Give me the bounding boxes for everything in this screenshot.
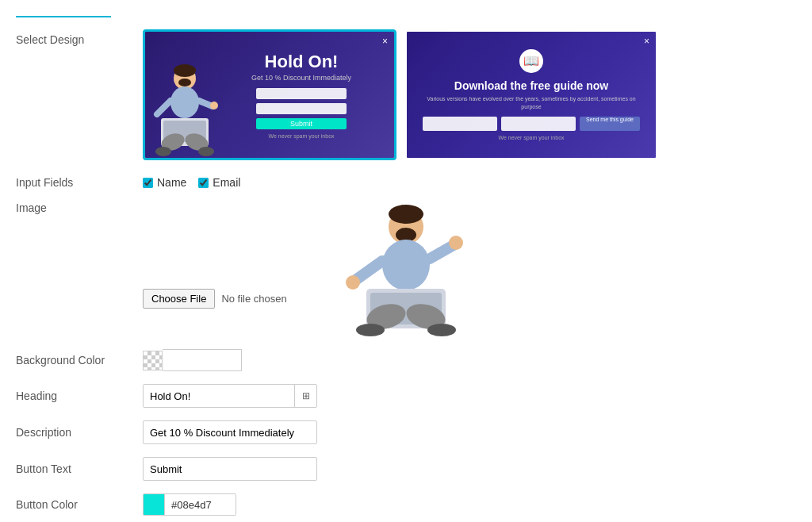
background-color-row: Background Color (16, 349, 796, 371)
image-upload-area: Choose File No file chosen (143, 202, 287, 309)
input-fields-checkboxes: Name Email (143, 176, 240, 189)
button-text-input[interactable] (143, 457, 317, 481)
background-color-input[interactable] (163, 349, 242, 371)
image-preview (343, 202, 469, 336)
svg-point-16 (382, 240, 430, 290)
design-cards-container: × (143, 29, 658, 160)
button-color-value: #08e4d7 (165, 493, 236, 516)
card2-title: Download the free guide now (454, 79, 608, 92)
image-section-row: Image Choose File No file chosen (16, 202, 796, 336)
select-design-row: Select Design × (16, 29, 796, 160)
button-color-picker: #08e4d7 (143, 493, 236, 516)
svg-point-12 (198, 147, 214, 156)
heading-field-label: Heading (16, 390, 143, 402)
file-input-wrapper: Choose File No file chosen (143, 289, 287, 309)
card1-title: Hold On! (265, 52, 339, 72)
card2-name-field (423, 117, 497, 131)
image-label: Image (16, 202, 143, 214)
svg-line-17 (354, 261, 382, 281)
description-label: Description (16, 426, 143, 439)
card2-email-field (501, 117, 576, 131)
page-container: Select Design × (16, 16, 796, 522)
button-color-row: Button Color #08e4d7 (16, 493, 796, 516)
svg-line-18 (430, 245, 454, 259)
card1-submit-btn: Submit (256, 118, 347, 129)
choose-file-button[interactable]: Choose File (143, 289, 215, 309)
svg-point-6 (210, 102, 218, 109)
select-design-label: Select Design (16, 29, 143, 46)
tab-underline (16, 16, 111, 17)
button-color-swatch[interactable] (143, 493, 165, 516)
input-fields-row: Input Fields Name Email (16, 176, 796, 189)
card1-person (149, 63, 220, 158)
card2-footer: We never spam your inbox (498, 135, 564, 140)
card1-name-field (256, 88, 347, 99)
card1-close-icon[interactable]: × (382, 36, 388, 47)
design-card-2[interactable]: × 📖 Download the free guide now Various … (404, 29, 658, 160)
description-input[interactable] (143, 420, 317, 444)
no-file-label: No file chosen (221, 293, 286, 305)
card1-email-field (256, 103, 347, 114)
heading-input-wrapper: ⊞ (143, 384, 317, 408)
background-color-picker (143, 349, 242, 371)
description-row: Description (16, 420, 796, 444)
svg-line-4 (157, 101, 170, 114)
svg-point-2 (178, 79, 191, 86)
name-checkbox-label: Name (157, 176, 186, 189)
card1-subtitle: Get 10 % Discount Immediately (251, 74, 351, 82)
svg-point-3 (170, 86, 199, 118)
heading-row: Heading ⊞ (16, 384, 796, 408)
card2-close-icon[interactable]: × (644, 36, 649, 47)
email-checkbox-item: Email (198, 176, 240, 189)
email-checkbox[interactable] (198, 178, 209, 188)
button-text-label: Button Text (16, 463, 143, 475)
card2-submit-btn: Send me this guide (580, 117, 640, 131)
name-checkbox[interactable] (143, 178, 153, 188)
design-card-1[interactable]: × (143, 29, 396, 160)
card1-footer: We never spam your inbox (268, 133, 334, 139)
email-checkbox-label: Email (213, 176, 240, 189)
card1-inputs: Submit (256, 88, 347, 129)
svg-point-20 (346, 275, 360, 290)
svg-point-25 (356, 324, 385, 336)
background-color-swatch[interactable] (143, 351, 163, 370)
svg-point-1 (174, 64, 196, 77)
card2-book-icon: 📖 (519, 49, 543, 73)
button-text-row: Button Text (16, 457, 796, 481)
background-color-label: Background Color (16, 354, 143, 367)
heading-input[interactable] (144, 385, 294, 407)
svg-point-19 (449, 236, 463, 250)
input-fields-label: Input Fields (16, 176, 143, 189)
card2-subtitle: Various versions have evolved over the y… (423, 95, 640, 111)
button-color-label: Button Color (16, 498, 143, 511)
heading-icon[interactable]: ⊞ (294, 385, 316, 407)
svg-point-11 (155, 147, 171, 156)
svg-point-26 (427, 324, 456, 336)
name-checkbox-item: Name (143, 176, 186, 189)
svg-point-14 (389, 205, 423, 224)
card2-inputs: Send me this guide (423, 117, 640, 131)
